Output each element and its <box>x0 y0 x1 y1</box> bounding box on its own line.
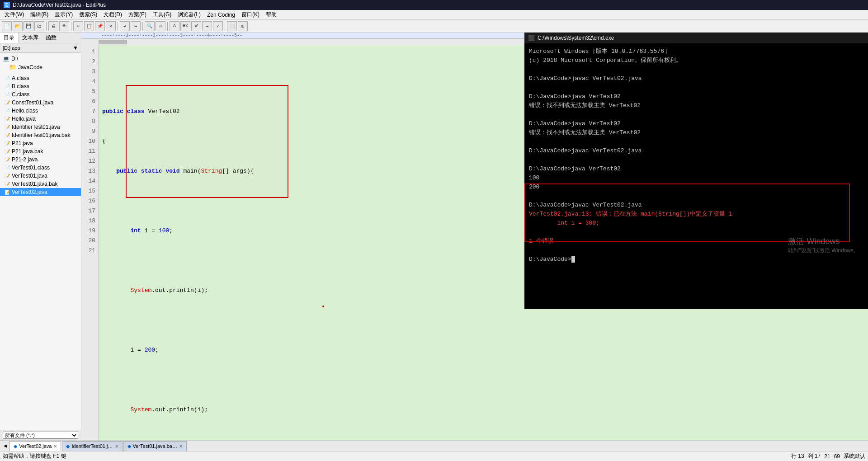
cmd-line-19: int i = 300; <box>529 219 863 228</box>
file-p21-bak[interactable]: 📝 P21.java.bak <box>0 147 81 155</box>
toolbar-sep2 <box>71 22 71 31</box>
main-layout: 目录 文本库 函数 [D:] app ▼ 💻 D:\ 📁 JavaCode 📄 … <box>0 33 868 440</box>
tab-functions[interactable]: 函数 <box>42 33 60 43</box>
tree-folder-javacode[interactable]: 📁 JavaCode <box>0 63 81 71</box>
file-icon: 📝 <box>5 117 10 122</box>
toolbar-cut[interactable]: ✂ <box>73 21 83 31</box>
file-hello-class[interactable]: 📄 Hello.class <box>0 107 81 115</box>
menu-doc[interactable]: 文档(D) <box>101 10 125 19</box>
toolbar-undo[interactable]: ↩ <box>120 21 130 31</box>
cmd-title-text: C:\Windows\System32\cmd.exe <box>538 35 614 41</box>
tab-identtest01[interactable]: ◆ IdentifierTest01.j… ✕ <box>62 441 122 451</box>
cmd-line-18: VerTest02.java:13: 错误：已在方法 main(String[]… <box>529 210 863 219</box>
toolbar-preview[interactable]: 👁 <box>59 21 69 31</box>
toolbar-redo[interactable]: ↪ <box>131 21 141 31</box>
toolbar-paste[interactable]: 📌 <box>95 21 105 31</box>
file-hello-java[interactable]: 📝 Hello.java <box>0 115 81 123</box>
menu-file[interactable]: 文件(W) <box>2 10 27 19</box>
cmd-line-12 <box>529 155 863 165</box>
cmd-content[interactable]: Microsoft Windows [版本 10.0.17763.5576] (… <box>524 43 868 309</box>
tab-close-vertest01-bak[interactable]: ✕ <box>179 444 183 449</box>
menu-help[interactable]: 帮助 <box>263 10 279 19</box>
file-icon: 📄 <box>5 92 10 97</box>
toolbar-save[interactable]: 💾 <box>24 21 33 31</box>
tab-vertest02[interactable]: ◆ VerTest02.java ✕ <box>9 441 61 451</box>
cmd-line-0: Microsoft Windows [版本 10.0.17763.5576] <box>529 47 863 56</box>
tab-scroll-left[interactable]: ◀ <box>2 442 9 449</box>
status-bar: 如需帮助，请按键盘 F1 键 行 13 列 17 21 69 系统默认 <box>0 451 868 461</box>
toolbar-sep3 <box>118 22 118 31</box>
title-bar: E D:\JavaCode\VerTest02.java - EditPlus <box>0 0 868 10</box>
line-numbers: 12345 678910 1112131415 1617181920 21 <box>81 45 99 440</box>
file-identtest01[interactable]: 📝 IdentifierTest01.java <box>0 123 81 131</box>
tab-close-identtest01[interactable]: ✕ <box>115 444 118 449</box>
cmd-line-21: 1 个错误 <box>529 237 863 246</box>
file-icon: 📝 <box>5 157 10 162</box>
sidebar-dropdown[interactable]: [D:] app ▼ <box>0 43 81 53</box>
toolbar-indent[interactable]: ⇥ <box>202 21 212 31</box>
dropdown-label: [D:] app <box>3 45 73 51</box>
menu-tools[interactable]: 工具(G) <box>150 10 174 19</box>
menu-search[interactable]: 搜索(S) <box>76 10 100 19</box>
file-vertest01-bak[interactable]: 📝 VerTest01.java.bak <box>0 180 81 188</box>
tab-label: IdentifierTest01.j… <box>71 443 113 449</box>
file-filter-select[interactable]: 所有文件 (*.*) <box>3 432 78 439</box>
menu-view[interactable]: 显示(Y) <box>52 10 75 19</box>
toolbar-b2[interactable]: Hx <box>180 21 190 31</box>
file-identtest01-bak[interactable]: 📝 IdentifierTest01.java.bak <box>0 131 81 139</box>
status-extra: 69 <box>834 453 840 460</box>
menu-zen[interactable]: Zen Coding <box>204 11 238 19</box>
file-vertest01-class[interactable]: 📄 VerTest01.class <box>0 164 81 172</box>
toolbar-open[interactable]: 📂 <box>13 21 23 31</box>
cmd-line-16 <box>529 192 863 201</box>
cmd-line-23: D:\JavaCode> <box>529 255 863 264</box>
toolbar-replace[interactable]: ⇄ <box>156 21 165 31</box>
file-c-class[interactable]: 📄 C.class <box>0 90 81 99</box>
file-icon: 📝 <box>5 190 10 195</box>
sidebar-tabs: 目录 文本库 函数 <box>0 33 81 43</box>
file-b-class[interactable]: 📄 B.class <box>0 82 81 90</box>
cmd-line-8: D:\JavaCode>java VerTest02 <box>529 119 863 128</box>
toolbar-new[interactable]: 📄 <box>2 21 12 31</box>
file-consttest01[interactable]: 📝 ConstTest01.java <box>0 99 81 107</box>
tab-vertest01-bak[interactable]: ◆ VerTest01.java.ba… ✕ <box>123 441 187 451</box>
file-p21[interactable]: 📝 P21.java <box>0 139 81 147</box>
tree-drive[interactable]: 💻 D:\ <box>0 55 81 63</box>
file-icon: 📄 <box>5 76 10 81</box>
dot-marker <box>322 306 324 307</box>
cmd-window: ⬛ C:\Windows\System32\cmd.exe Microsoft … <box>524 33 868 309</box>
tab-close-vertest02[interactable]: ✕ <box>53 444 57 449</box>
toolbar-print[interactable]: 🖨 <box>48 21 58 31</box>
toolbar-format[interactable]: A <box>170 21 179 31</box>
menu-project[interactable]: 方案(E) <box>126 10 149 19</box>
cmd-line-7 <box>529 110 863 119</box>
file-a-class[interactable]: 📄 A.class <box>0 74 81 82</box>
toolbar-copy[interactable]: 📋 <box>84 21 94 31</box>
file-icon: 📝 <box>5 100 10 105</box>
menu-edit[interactable]: 编辑(B) <box>28 10 51 19</box>
file-vertest01-java[interactable]: 📝 VerTest01.java <box>0 172 81 180</box>
menu-window[interactable]: 窗口(K) <box>239 10 262 19</box>
toolbar-split[interactable]: ⊞ <box>238 21 248 31</box>
toolbar-delete[interactable]: ✕ <box>106 21 116 31</box>
folder-icon: 📁 <box>9 64 16 71</box>
file-vertest02-java[interactable]: 📝 VerTest02.java <box>0 188 81 196</box>
toolbar-w[interactable]: W <box>191 21 201 31</box>
cmd-line-10 <box>529 137 863 146</box>
file-icon: 📝 <box>5 125 10 130</box>
cmd-line-11: D:\JavaCode>javac VerTest02.java <box>529 146 863 155</box>
toolbar-check[interactable]: ✓ <box>213 21 223 31</box>
file-tree: 💻 D:\ 📁 JavaCode 📄 A.class 📄 B.class 📄 C… <box>0 53 81 430</box>
cmd-line-1: (c) 2018 Microsoft Corporation。保留所有权利。 <box>529 56 863 65</box>
tab-textlib[interactable]: 文本库 <box>19 33 42 43</box>
file-icon: 📄 <box>5 108 10 113</box>
menu-browser[interactable]: 浏览器(L) <box>175 10 203 19</box>
tab-directory[interactable]: 目录 <box>0 33 19 43</box>
toolbar-save-all[interactable]: 🗂 <box>34 21 44 31</box>
cmd-line-9: 错误：找不到或无法加载主类 VerTest02 <box>529 128 863 137</box>
toolbar-sep4 <box>142 22 143 31</box>
toolbar-find[interactable]: 🔍 <box>145 21 155 31</box>
cmd-title-bar: ⬛ C:\Windows\System32\cmd.exe <box>524 33 868 43</box>
file-p21-2[interactable]: 📝 P21-2.java <box>0 155 81 164</box>
toolbar-fullscreen[interactable]: ⬜ <box>227 21 237 31</box>
